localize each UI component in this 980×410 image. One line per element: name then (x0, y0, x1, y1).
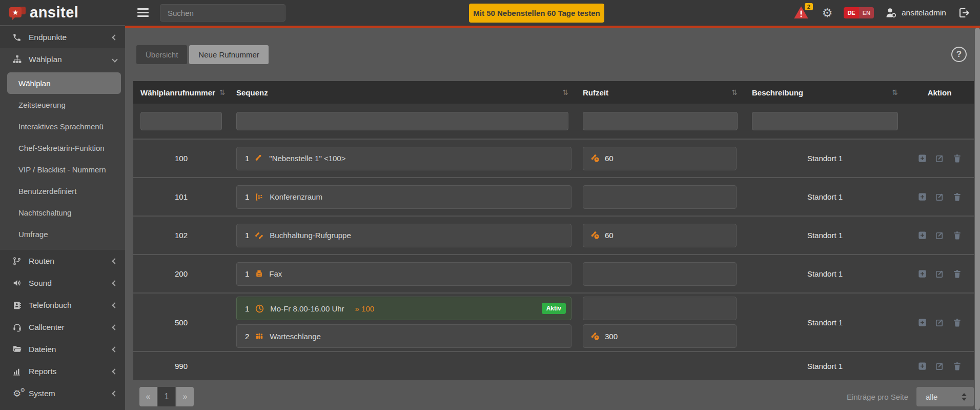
rufzeit-box[interactable]: 300 (583, 324, 737, 348)
edit-icon[interactable] (935, 318, 945, 327)
pagination-next-button[interactable]: » (176, 387, 194, 406)
add-icon[interactable] (917, 192, 927, 202)
sort-icon[interactable]: ⇅ (562, 88, 568, 96)
pagination: « 1 » (139, 387, 194, 406)
logo-chat-bubble-icon: ★ (9, 6, 26, 20)
chevron-left-icon (112, 391, 117, 396)
call-time-icon (590, 230, 600, 240)
sidebar-item-endpunkte[interactable]: Endpunkte (0, 26, 125, 48)
user-menu[interactable]: ansiteladmin (885, 7, 946, 19)
chevron-left-icon (112, 280, 117, 286)
sidebar-subitem-zeitsteuerung[interactable]: Zeitsteuerung (0, 94, 125, 115)
call-time-icon (590, 331, 600, 341)
queue-icon (255, 331, 264, 341)
hamburger-menu-icon[interactable] (137, 8, 149, 19)
username-label: ansiteladmin (902, 8, 946, 17)
table-row: 100 1 "Nebenstelle 1" <100> 60 (133, 139, 974, 177)
sequence-box[interactable]: 1 Buchhaltung-Rufgruppe (236, 224, 571, 247)
app-logo[interactable]: ★ ansitel (0, 0, 125, 26)
sidebar-item-routen[interactable]: Routen (0, 250, 125, 272)
filter-beschreibung-input[interactable] (752, 112, 898, 130)
delete-icon[interactable] (952, 318, 962, 327)
sequence-box[interactable]: 2 Warteschlange (236, 324, 571, 348)
trial-button[interactable]: Mit 50 Nebenstellen 60 Tage testen (469, 4, 604, 23)
volume-icon (11, 278, 23, 288)
sidebar-item-callcenter[interactable]: Callcenter (0, 316, 125, 338)
sidebar-item-waehlplan[interactable]: Wählplan (0, 48, 125, 70)
logout-icon[interactable] (957, 7, 970, 19)
add-icon[interactable] (917, 230, 927, 240)
sequence-box-active[interactable]: 1 Mo-Fr 8.00-16.00 Uhr » 100 Aktiv (236, 297, 571, 320)
filter-sequenz-input[interactable] (236, 112, 568, 130)
edit-icon[interactable] (935, 269, 945, 279)
sidebar-item-sound[interactable]: Sound (0, 272, 125, 294)
description: Standort 1 (745, 362, 905, 370)
sidebar-subitem-benutzerdefiniert[interactable]: Benutzerdefiniert (0, 180, 125, 202)
filter-rufzeit-input[interactable] (583, 112, 738, 130)
description: Standort 1 (745, 154, 905, 163)
pagination-prev-button[interactable]: « (139, 387, 157, 406)
filter-waehlplanrufnummer-input[interactable] (140, 112, 222, 130)
tab-neue-rufnummer[interactable]: Neue Rufnummer (189, 45, 268, 64)
vertical-scrollbar[interactable] (975, 28, 980, 410)
sidebar-item-system[interactable]: ⚙⚙ System (0, 382, 125, 404)
rufzeit-box[interactable] (583, 297, 737, 320)
dialplan-number: 101 (133, 192, 229, 201)
lang-en-button[interactable]: EN (859, 7, 874, 18)
search-input[interactable] (160, 4, 285, 22)
col-waehlplanrufnummer: Wählplanrufnummer (140, 88, 215, 97)
target-number-link[interactable]: » 100 (355, 304, 375, 313)
sidebar-subitem-vip-blacklist[interactable]: VIP / Blacklist - Nummern (0, 159, 125, 180)
sidebar-item-reports[interactable]: Reports (0, 360, 125, 382)
sequence-box[interactable]: 1 Fax (236, 262, 571, 286)
rufzeit-box[interactable] (583, 262, 737, 286)
add-icon[interactable] (917, 153, 927, 163)
waehlplan-submenu: Wählplan Zeitsteuerung Interaktives Spra… (0, 70, 125, 250)
rufzeit-box[interactable]: 60 (583, 224, 737, 247)
per-page-label: Einträge pro Seite (847, 393, 908, 401)
pagination-page-1[interactable]: 1 (158, 387, 175, 406)
lang-de-button[interactable]: DE (844, 7, 859, 18)
help-icon[interactable]: ? (951, 47, 967, 62)
rufzeit-box[interactable] (583, 185, 737, 209)
edit-icon[interactable] (935, 153, 945, 163)
sort-icon[interactable]: ⇅ (892, 88, 898, 96)
sidebar-subitem-waehlplan[interactable]: Wählplan (7, 72, 121, 94)
sidebar: Endpunkte Wählplan Wählplan Zeitsteuerun… (0, 26, 125, 410)
add-icon[interactable] (917, 318, 927, 327)
delete-icon[interactable] (952, 361, 962, 371)
chevron-left-icon (112, 302, 117, 308)
alerts-button[interactable]: 2 (793, 5, 811, 21)
clock-icon (255, 304, 264, 314)
delete-icon[interactable] (952, 269, 962, 279)
edit-icon[interactable] (935, 192, 945, 202)
edit-icon[interactable] (935, 230, 945, 240)
settings-gear-icon[interactable]: ⚙ (822, 7, 833, 19)
sidebar-subitem-nachtschaltung[interactable]: Nachtschaltung (0, 202, 125, 223)
edit-icon[interactable] (935, 361, 945, 371)
add-icon[interactable] (917, 361, 927, 371)
sort-icon[interactable]: ⇅ (731, 88, 738, 96)
delete-icon[interactable] (952, 153, 962, 163)
sequence-box[interactable]: 1 Konferenzraum (236, 185, 571, 209)
user-icon (885, 7, 897, 19)
col-rufzeit: Rufzeit (583, 88, 608, 97)
per-page-select[interactable]: alle (916, 387, 974, 406)
sort-icon[interactable]: ⇅ (219, 88, 226, 96)
add-icon[interactable] (917, 269, 927, 279)
sidebar-item-telefonbuch[interactable]: Telefonbuch (0, 294, 125, 316)
col-sequenz: Sequenz (236, 88, 268, 97)
rufzeit-box[interactable]: 60 (583, 147, 737, 170)
tab-uebersicht[interactable]: Übersicht (136, 45, 187, 64)
sidebar-subitem-umfrage[interactable]: Umfrage (0, 223, 125, 245)
gears-icon: ⚙⚙ (11, 389, 23, 398)
sidebar-subitem-chef-sekretaerin[interactable]: Chef-Sekretärin-Funktion (0, 137, 125, 159)
delete-icon[interactable] (952, 230, 962, 240)
sidebar-subitem-sprachmenue[interactable]: Interaktives Sprachmenü (0, 115, 125, 137)
conference-icon (255, 192, 264, 202)
ring-group-icon (255, 231, 264, 240)
description: Standort 1 (745, 192, 905, 201)
sidebar-item-dateien[interactable]: Dateien (0, 338, 125, 360)
delete-icon[interactable] (952, 192, 962, 202)
sequence-box[interactable]: 1 "Nebenstelle 1" <100> (236, 147, 571, 170)
